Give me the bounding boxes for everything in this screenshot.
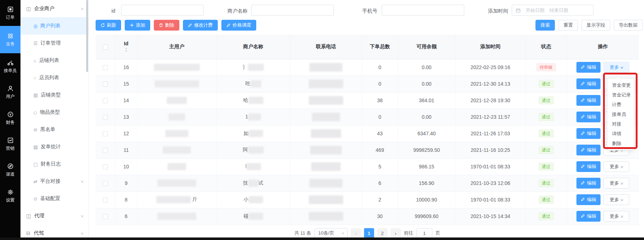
- id-filter-input[interactable]: [121, 5, 204, 16]
- sidebar-item-订单管理[interactable]: ☰订单管理: [20, 35, 88, 52]
- row-checkbox[interactable]: [103, 148, 108, 153]
- dropdown-item-资金记录[interactable]: 资金记录: [607, 90, 634, 100]
- redacted-main-user: [163, 146, 191, 154]
- goto-page-input[interactable]: [417, 228, 432, 238]
- cell-merchant-name: 哈: [216, 92, 290, 109]
- sidebar-item-物品类型[interactable]: ◇物品类型: [20, 104, 88, 121]
- rail-item-营销[interactable]: 营销: [0, 131, 20, 157]
- dropdown-item-接单员[interactable]: 接单员: [607, 109, 634, 119]
- dropdown-item-计费[interactable]: 计费: [607, 100, 634, 109]
- item-type-icon: ◇: [33, 110, 37, 115]
- id-filter-label: id: [111, 8, 115, 14]
- dropdown-item-资金变更[interactable]: 资金变更: [607, 80, 634, 90]
- price-adjust-button[interactable]: 价格调度: [221, 20, 256, 31]
- row-checkbox[interactable]: [103, 82, 108, 87]
- prev-page-button[interactable]: ‹: [351, 228, 361, 238]
- rail-item-label: 营销: [6, 145, 15, 151]
- search-button[interactable]: 搜索: [535, 20, 555, 31]
- add-button[interactable]: 添加: [125, 20, 150, 31]
- rail-item-财务[interactable]: 财务: [0, 105, 20, 131]
- row-checkbox[interactable]: [103, 198, 108, 203]
- cell-order-count: 0: [362, 59, 398, 76]
- edit-button[interactable]: 编辑: [576, 78, 601, 89]
- sidebar-item-黑名单[interactable]: ⊘黑名单: [20, 121, 88, 138]
- sidebar-item-店铺列表[interactable]: ⌂店铺列表: [20, 52, 88, 69]
- dropdown-item-对接[interactable]: 对接: [607, 119, 634, 129]
- edit-button[interactable]: 编辑: [576, 95, 601, 106]
- more-button[interactable]: 更多∨: [603, 194, 629, 205]
- sidebar-group-代理[interactable]: ◫代理∨: [20, 207, 88, 225]
- page-button-2[interactable]: 2: [377, 228, 387, 238]
- sidebar-item-店铺类型[interactable]: ▤店铺类型: [20, 86, 88, 104]
- sidebar-item-发单统计[interactable]: ▨发单统计: [20, 138, 88, 155]
- edit-button[interactable]: 编辑: [576, 62, 601, 73]
- row-checkbox[interactable]: [103, 214, 108, 219]
- config-icon: ⊙: [33, 196, 37, 201]
- edit-button[interactable]: 编辑: [576, 194, 601, 205]
- sort-caret[interactable]: ▲▼: [125, 47, 128, 52]
- more-button[interactable]: 更多∨: [603, 178, 629, 189]
- refresh-button[interactable]: 刷新: [96, 20, 121, 31]
- phone-filter-input[interactable]: [382, 5, 464, 16]
- company-icon: ◫: [26, 6, 31, 12]
- dropdown-item-详情[interactable]: 详情: [607, 129, 634, 139]
- redacted-merchant-name: [248, 146, 264, 154]
- rail-item-订单[interactable]: 订单: [0, 0, 20, 26]
- sidebar-group-企业商户[interactable]: ◫企业商户∧: [20, 0, 88, 17]
- delete-button[interactable]: 删除: [154, 20, 179, 31]
- redacted-phone: [311, 162, 341, 171]
- cell-order-count: 5: [362, 158, 398, 175]
- cell-order-count: 469: [362, 142, 398, 158]
- edit-button[interactable]: 编辑: [576, 112, 601, 122]
- sidebar-item-财务日志[interactable]: ▢财务日志: [20, 155, 88, 173]
- row-checkbox[interactable]: [103, 181, 108, 186]
- sidebar-item-商户列表[interactable]: ◎商户列表: [20, 17, 88, 35]
- merchant-filter-input[interactable]: [251, 5, 334, 16]
- more-button[interactable]: 更多∨: [603, 211, 629, 222]
- cell-main-user: [137, 109, 216, 125]
- status-badge: 通过: [539, 80, 554, 88]
- edit-button[interactable]: 编辑: [576, 211, 601, 222]
- sidebar-scrollbar[interactable]: [86, 0, 88, 72]
- sidebar-item-店员列表[interactable]: ○店员列表: [20, 69, 88, 86]
- row-checkbox[interactable]: [103, 98, 108, 103]
- merchant-filter-label: 商户名称: [227, 8, 248, 14]
- more-button[interactable]: 更多∨: [603, 62, 629, 73]
- redacted-merchant-name: [248, 180, 258, 187]
- edit-button[interactable]: 编辑: [576, 178, 601, 189]
- edit-button[interactable]: 编辑: [576, 145, 601, 155]
- edit-button[interactable]: 编辑: [576, 128, 601, 139]
- page-button-1[interactable]: 1: [364, 228, 374, 238]
- sidebar-group-label: 代驾: [34, 230, 44, 236]
- rail-item-设置[interactable]: 设置: [0, 183, 20, 209]
- blacklist-icon: ⊘: [33, 127, 37, 132]
- export-data-button[interactable]: 导出数据: [614, 20, 643, 31]
- order-icon: [7, 6, 14, 13]
- rail-item-用户[interactable]: 用户: [0, 79, 20, 105]
- row-checkbox[interactable]: [103, 115, 108, 120]
- dropdown-item-删除[interactable]: 删除: [607, 139, 634, 148]
- column-header-actions: 操作: [567, 35, 639, 59]
- row-checkbox[interactable]: [103, 164, 108, 169]
- more-button[interactable]: 更多∨: [603, 161, 629, 172]
- cell-main-user: [137, 92, 216, 109]
- row-checkbox[interactable]: [103, 131, 108, 136]
- rail-item-业务[interactable]: 业务: [0, 26, 20, 53]
- total-count: 共 11 条: [294, 230, 311, 236]
- show-fields-button[interactable]: 显示字段: [581, 20, 610, 31]
- rail-item-渠道[interactable]: 渠道: [0, 157, 20, 183]
- page-size-select[interactable]: 10条/页∨: [314, 228, 348, 238]
- next-page-button[interactable]: ›: [391, 228, 401, 238]
- sidebar-item-基础配置[interactable]: ⊙基础配置: [20, 190, 88, 207]
- cell-order-count: 0: [362, 76, 398, 92]
- edit-billing-button[interactable]: 修改计费: [183, 20, 218, 31]
- select-all-checkbox[interactable]: [103, 45, 108, 50]
- date-range-picker[interactable]: 开始日期 结束日期: [512, 5, 594, 16]
- edit-button[interactable]: 编辑: [576, 161, 601, 172]
- rail-item-接单员[interactable]: 接单员: [0, 53, 20, 79]
- sidebar-item-平台对接[interactable]: ⇄平台对接∨: [20, 173, 88, 190]
- row-checkbox[interactable]: [103, 65, 108, 70]
- rider-icon: [7, 59, 14, 66]
- cell-balance: 6347.40: [398, 125, 455, 142]
- reset-button[interactable]: 重置: [558, 20, 578, 31]
